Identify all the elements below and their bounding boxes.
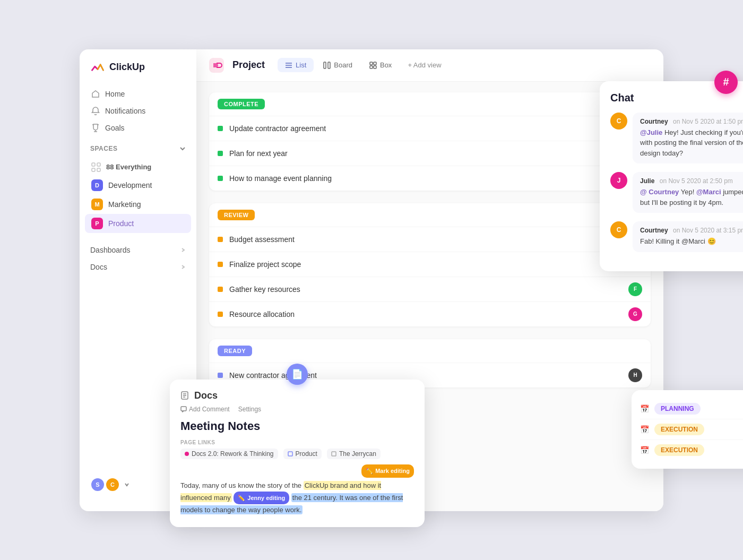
task-row[interactable]: How to manage event planning C: [209, 166, 651, 191]
complete-section: COMPLETE ASSIGNEE Update contractor agre…: [209, 92, 651, 191]
dashboards-section[interactable]: Dashboards: [80, 242, 196, 259]
svg-rect-13: [288, 452, 292, 456]
page-link[interactable]: The Jerrycan: [327, 449, 381, 459]
chat-avatar: C: [610, 113, 627, 130]
task-assignee-avatar: G: [628, 307, 642, 321]
task-row[interactable]: Budget assessment 3 D: [209, 227, 651, 252]
task-name: Resource allocation: [229, 310, 628, 318]
calendar-icon: 📅: [640, 404, 649, 413]
chat-text: Fab! Killing it @Marci 😊: [640, 236, 743, 247]
sprint-tag-execution-2: EXECUTION: [654, 444, 704, 456]
chat-bubble: Courtney on Nov 5 2020 at 1:50 pm @Julie…: [633, 113, 743, 164]
task-status-dot: [218, 287, 223, 292]
chat-message: C Courtney on Nov 5 2020 at 3:15 pm Fab!…: [610, 221, 743, 252]
sprint-row: 📅 PLANNING 💬: [640, 399, 743, 419]
chevron-down-icon: [179, 145, 186, 152]
ready-badge: READY: [218, 346, 252, 356]
task-assignee-avatar: H: [628, 368, 642, 382]
space-development[interactable]: D Development: [85, 176, 191, 195]
add-view-button[interactable]: + Add view: [401, 58, 447, 72]
task-status-dot: [218, 312, 223, 317]
nav-home[interactable]: Home: [85, 85, 191, 102]
docs-body-text: ✏️ Mark editing Today, many of us know t…: [180, 464, 414, 516]
task-status-dot: [218, 262, 223, 267]
page-link[interactable]: Docs 2.0: Rework & Thinking: [180, 449, 278, 459]
chat-hash-button[interactable]: #: [714, 71, 738, 94]
settings-button[interactable]: Settings: [238, 406, 261, 413]
trophy-icon: [91, 124, 100, 132]
sprint-row: 📅 EXECUTION 💬: [640, 419, 743, 440]
jenny-editing-badge: ✏️ Jenny editing: [234, 492, 289, 505]
docs-panel: 📄 Docs Add Comment Settings Meeting Note…: [170, 380, 425, 527]
page-links-section: PAGE LINKS Docs 2.0: Rework & Thinking P…: [180, 440, 414, 459]
page-link[interactable]: Product: [283, 449, 322, 459]
svg-rect-14: [332, 452, 336, 456]
page-link-icon-2: [331, 451, 336, 456]
svg-rect-3: [97, 168, 100, 171]
add-comment-button[interactable]: Add Comment: [180, 406, 230, 413]
task-name: Finalize project scope: [229, 260, 628, 269]
space-marketing[interactable]: M Marketing: [85, 195, 191, 214]
docs-section[interactable]: Docs: [80, 259, 196, 275]
chat-bubble: Julie on Nov 5 2020 at 2:50 pm @ Courtne…: [633, 172, 743, 213]
sprint-row: 📅 EXECUTION 💬: [640, 440, 743, 460]
tab-list[interactable]: List: [278, 58, 314, 72]
task-row[interactable]: Plan for next year B: [209, 141, 651, 166]
task-name: Update contractor agreement: [229, 124, 628, 133]
page-link-icon: [288, 451, 293, 456]
development-space-dot: D: [91, 179, 103, 191]
sprint-tag-execution-1: EXECUTION: [654, 424, 704, 435]
nav-goals[interactable]: Goals: [85, 119, 191, 136]
calendar-icon: 📅: [640, 425, 649, 434]
comment-icon: [180, 406, 187, 412]
review-section-header: REVIEW: [209, 203, 651, 227]
sprint-panel: 📅 PLANNING 💬 📅 EXECUTION 💬 📅 EXECUTION 💬: [632, 390, 743, 469]
docs-float-button[interactable]: 📄: [287, 364, 308, 385]
task-status-dot: [218, 373, 223, 378]
chat-avatar: J: [610, 172, 627, 189]
docs-panel-icon: [180, 391, 189, 400]
calendar-icon: 📅: [640, 446, 649, 454]
nav-notifications[interactable]: Notifications: [85, 102, 191, 119]
task-name: How to manage event planning: [229, 174, 628, 183]
task-row[interactable]: Finalize project scope E: [209, 252, 651, 277]
space-everything[interactable]: 88 Everything: [85, 159, 191, 176]
chat-text: @ Courtney Yep! @Marci jumped in to help…: [640, 187, 743, 208]
space-product[interactable]: P Product: [85, 214, 191, 233]
user-avatar-2: C: [105, 477, 120, 492]
chat-panel: # Chat C Courtney on Nov 5 2020 at 1:50 …: [600, 81, 743, 271]
tab-box[interactable]: Box: [362, 58, 399, 72]
svg-rect-0: [92, 163, 95, 166]
chat-mention: @ Courtney: [640, 188, 679, 196]
svg-rect-2: [92, 168, 95, 171]
task-row[interactable]: Resource allocation G: [209, 301, 651, 326]
spaces-list: 88 Everything D Development M Marketing …: [80, 157, 196, 235]
sprint-tag-planning: PLANNING: [654, 403, 701, 415]
task-assignee-avatar: F: [628, 282, 642, 296]
spaces-section-header: Spaces: [80, 136, 196, 157]
svg-rect-5: [324, 62, 326, 68]
tab-board[interactable]: Board: [316, 58, 360, 72]
svg-rect-1: [97, 163, 100, 166]
chat-author: Julie: [640, 177, 654, 185]
chat-time: on Nov 5 2020 at 2:50 pm: [660, 177, 733, 185]
doc-page-title: Meeting Notes: [180, 419, 414, 433]
chat-message: C Courtney on Nov 5 2020 at 1:50 pm @Jul…: [610, 113, 743, 164]
svg-rect-10: [374, 66, 376, 68]
docs-panel-header: Docs: [180, 390, 414, 401]
docs-actions: Add Comment Settings: [180, 406, 414, 413]
chat-text: @Julie Hey! Just checking if you're stil…: [640, 127, 743, 159]
review-badge: REVIEW: [218, 210, 255, 220]
task-status-dot: [218, 237, 223, 242]
review-section: REVIEW Budget assessment 3 D Finalize pr…: [209, 203, 651, 326]
ready-section-header: READY: [209, 339, 651, 363]
task-row[interactable]: Update contractor agreement A: [209, 116, 651, 141]
task-row[interactable]: Gather key resources F: [209, 277, 651, 301]
view-tabs: List Board Box + Add view: [278, 58, 448, 72]
chat-author: Courtney: [640, 118, 668, 125]
chat-bubble: Courtney on Nov 5 2020 at 3:15 pm Fab! K…: [633, 221, 743, 252]
complete-badge: COMPLETE: [218, 99, 265, 109]
chevron-right-icon: [180, 247, 186, 253]
task-name: Gather key resources: [229, 285, 628, 294]
chevron-right-icon-2: [180, 264, 186, 270]
